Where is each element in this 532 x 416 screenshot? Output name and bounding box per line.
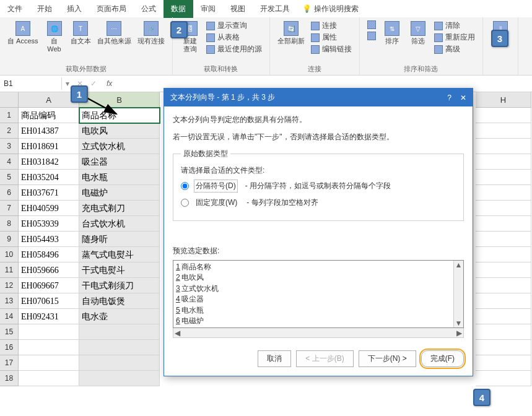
cell[interactable]	[19, 371, 79, 386]
enter-icon[interactable]: ✓	[87, 79, 100, 88]
btn-from-other[interactable]: ⋯自其他来源	[95, 20, 134, 46]
row-header[interactable]: 11	[0, 262, 19, 278]
cell[interactable]: EH058496	[19, 247, 79, 262]
cell[interactable]: EH040599	[19, 201, 79, 216]
row-header[interactable]: 2	[0, 123, 19, 139]
cell[interactable]	[476, 201, 531, 216]
scroll-left-icon[interactable]: ◀	[175, 329, 180, 337]
btn-filter[interactable]: ▽筛选	[406, 20, 430, 46]
cell[interactable]	[79, 340, 160, 355]
cell[interactable]	[476, 340, 531, 355]
cell[interactable]	[476, 355, 531, 371]
cell[interactable]	[476, 293, 531, 309]
radio-delimited[interactable]	[181, 182, 189, 190]
tab-home[interactable]: 开始	[30, 0, 59, 18]
cell[interactable]	[476, 262, 531, 278]
tab-file[interactable]: 文件	[0, 0, 30, 18]
cell[interactable]: EH014387	[19, 123, 79, 139]
btn-recent[interactable]: 最近使用的源	[204, 43, 264, 55]
scroll-up-icon[interactable]: ▲	[455, 261, 463, 269]
btn-from-table[interactable]: 从表格	[204, 32, 242, 43]
btn-existing-conn[interactable]: 🔗现有连接	[135, 20, 167, 46]
btn-edit-links[interactable]: 编辑链接	[308, 43, 354, 55]
cell[interactable]: EH054493	[19, 232, 79, 247]
name-box[interactable]: B1	[0, 77, 62, 90]
cell[interactable]: 干式电熨斗	[79, 262, 160, 278]
cell[interactable]: 电磁炉	[79, 185, 160, 201]
radio-fixed-row[interactable]: 固定宽度(W) - 每列字段加空格对齐	[181, 196, 456, 209]
row-header[interactable]: 16	[0, 340, 19, 355]
preview-scrollbar-h[interactable]: ◀▶	[173, 328, 464, 338]
select-all-corner[interactable]	[0, 92, 19, 108]
dialog-titlebar[interactable]: 文本分列向导 - 第 1 步，共 3 步 ? ✕	[164, 89, 473, 106]
tab-review[interactable]: 审阅	[193, 0, 223, 18]
cell[interactable]: EH031842	[19, 154, 79, 170]
tab-dev[interactable]: 开发工具	[253, 0, 297, 18]
btn-connections[interactable]: 连接	[308, 20, 339, 32]
btn-sort[interactable]: ⇅排序	[380, 20, 404, 46]
cell[interactable]: 商品编码	[19, 108, 79, 123]
cell[interactable]	[476, 278, 531, 293]
cell[interactable]: 电水壶	[79, 309, 160, 324]
row-header[interactable]: 3	[0, 139, 19, 154]
row-header[interactable]: 18	[0, 371, 19, 386]
cell[interactable]	[476, 247, 531, 262]
fx-icon[interactable]: fx	[100, 79, 118, 88]
row-header[interactable]: 6	[0, 185, 19, 201]
row-header[interactable]: 13	[0, 293, 19, 309]
next-button[interactable]: 下一步(N) >	[359, 350, 416, 367]
cell[interactable]: EH069667	[19, 278, 79, 293]
btn-sort-asc[interactable]	[365, 20, 378, 30]
cell[interactable]	[19, 324, 79, 340]
btn-show-query[interactable]: 显示查询	[204, 20, 250, 32]
cell[interactable]: 电吹风	[79, 123, 160, 139]
close-icon[interactable]: ✕	[460, 93, 466, 102]
btn-reapply[interactable]: 重新应用	[432, 32, 477, 43]
tab-formula[interactable]: 公式	[134, 0, 164, 18]
finish-button[interactable]: 完成(F)	[421, 350, 464, 367]
tab-layout[interactable]: 页面布局	[89, 0, 134, 18]
cell[interactable]: EH092431	[19, 309, 79, 324]
cell[interactable]	[476, 371, 531, 386]
row-header[interactable]: 5	[0, 170, 19, 185]
cell[interactable]: EH018691	[19, 139, 79, 154]
btn-from-text[interactable]: T自文本	[68, 20, 94, 46]
btn-refresh-all[interactable]: 🔄全部刷新	[275, 20, 307, 46]
cell[interactable]: EH070615	[19, 293, 79, 309]
cell[interactable]: 吸尘器	[79, 154, 160, 170]
radio-delimited-row[interactable]: 分隔符号(D) - 用分隔字符，如逗号或制表符分隔每个字段	[181, 180, 456, 193]
cell[interactable]: 自动电饭煲	[79, 293, 160, 309]
radio-fixed[interactable]	[181, 199, 189, 207]
tab-help[interactable]: 💡操作说明搜索	[297, 0, 364, 18]
cell[interactable]: 干电式剃须刀	[79, 278, 160, 293]
btn-from-access[interactable]: A自 Access	[5, 20, 41, 46]
preview-scrollbar-v[interactable]: ▲▼	[453, 261, 463, 327]
help-icon[interactable]: ?	[447, 93, 451, 102]
btn-sort-desc[interactable]	[365, 31, 378, 41]
cell[interactable]: 立式饮水机	[79, 139, 160, 154]
cell[interactable]: 电水瓶	[79, 170, 160, 185]
row-header[interactable]: 8	[0, 216, 19, 232]
tab-insert[interactable]: 插入	[59, 0, 89, 18]
btn-clear-filter[interactable]: 清除	[432, 20, 463, 32]
cell[interactable]	[79, 324, 160, 340]
cell[interactable]	[476, 324, 531, 340]
btn-from-web[interactable]: 🌐自 Web	[42, 20, 67, 54]
row-header[interactable]: 17	[0, 355, 19, 371]
col-header-H[interactable]: H	[476, 92, 531, 108]
cell[interactable]	[476, 123, 531, 139]
cell[interactable]	[476, 232, 531, 247]
btn-advanced[interactable]: 高级	[432, 43, 463, 55]
cell[interactable]	[476, 216, 531, 232]
cell[interactable]	[79, 355, 160, 371]
formula-bar[interactable]	[118, 82, 532, 85]
row-header[interactable]: 4	[0, 154, 19, 170]
cell[interactable]	[476, 139, 531, 154]
cell[interactable]	[79, 371, 160, 386]
cell[interactable]: 台式饮水机	[79, 216, 160, 232]
row-header[interactable]: 1	[0, 108, 19, 123]
btn-properties[interactable]: 属性	[308, 32, 339, 43]
tab-data[interactable]: 数据	[164, 0, 193, 18]
cell[interactable]: 充电式剃刀	[79, 201, 160, 216]
cell[interactable]	[476, 185, 531, 201]
